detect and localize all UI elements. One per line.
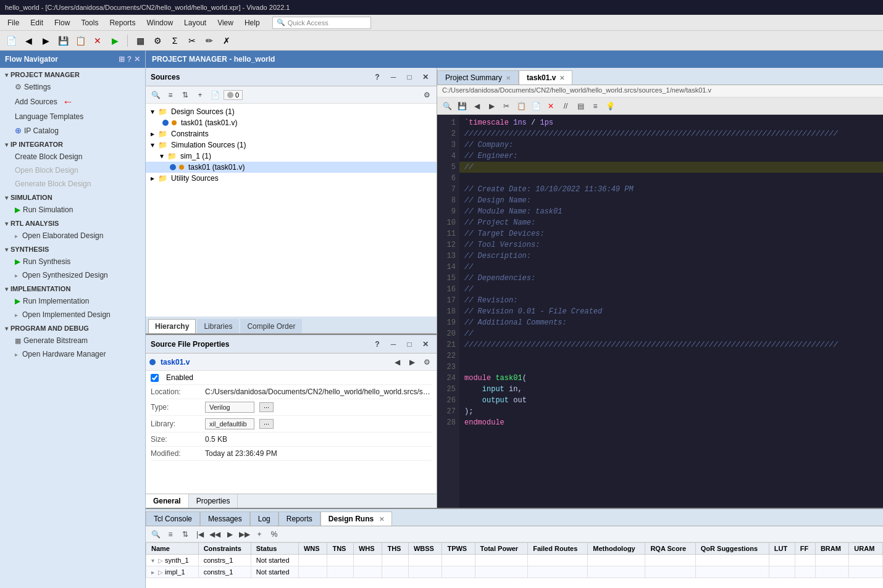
bt-next[interactable]: ▶▶ <box>238 528 251 540</box>
run-synth1-name[interactable]: ▾ ▷ synth_1 <box>146 555 199 566</box>
sfp-close-btn[interactable]: ✕ <box>419 338 432 350</box>
tb-save[interactable]: 💾 <box>56 33 70 48</box>
table-row[interactable]: ▸ ▷ impl_1 constrs_1 Not started <box>146 566 883 578</box>
nav-ip-catalog[interactable]: ⊕ IP Catalog <box>0 123 145 138</box>
menu-reports[interactable]: Reports <box>104 17 140 29</box>
menu-edit[interactable]: Edit <box>25 17 48 29</box>
col-wbss[interactable]: WBSS <box>408 543 442 555</box>
menu-flow[interactable]: Flow <box>49 17 75 29</box>
bt-first[interactable]: |◀ <box>194 528 206 540</box>
tb-forward[interactable]: ▶ <box>38 33 53 48</box>
nav-generate-bitstream[interactable]: ▦ Generate Bitstream <box>0 334 145 347</box>
nav-section-rtl-title[interactable]: ▾ RTL ANALYSIS <box>0 217 145 229</box>
nav-section-sim-title[interactable]: ▾ SIMULATION <box>0 191 145 203</box>
col-ff[interactable]: FF <box>795 543 815 555</box>
synth1-expand-icon[interactable]: ▾ <box>151 557 154 564</box>
nav-run-simulation[interactable]: ▶ Run Simulation <box>0 203 145 217</box>
nav-section-pad-title[interactable]: ▾ PROGRAM AND DEBUG <box>0 321 145 334</box>
sources-file-btn[interactable]: 📄 <box>209 89 221 101</box>
et-copy[interactable]: 📋 <box>515 100 527 112</box>
flow-nav-help[interactable]: ? <box>127 55 132 64</box>
tree-sim1[interactable]: ▾ 📁 sim_1 (1) <box>146 151 437 162</box>
sfp-min-btn[interactable]: ─ <box>387 338 400 350</box>
run-impl1-name[interactable]: ▸ ▷ impl_1 <box>146 566 199 578</box>
col-qor-suggestions[interactable]: QoR Suggestions <box>695 543 769 555</box>
nav-run-synthesis[interactable]: ▶ Run Synthesis <box>0 255 145 268</box>
nav-language-templates[interactable]: Language Templates <box>0 110 145 123</box>
tree-design-sources[interactable]: ▾ 📁 Design Sources (1) <box>146 106 437 117</box>
nav-section-pm-title[interactable]: ▾ PROJECT MANAGER <box>0 68 145 80</box>
tb-new[interactable]: 📄 <box>4 33 19 48</box>
bt-add[interactable]: + <box>253 528 266 540</box>
tb-device[interactable]: ▦ <box>133 33 148 48</box>
menu-window[interactable]: Window <box>141 17 178 29</box>
tb-settings[interactable]: ⚙ <box>150 33 165 48</box>
nav-open-implemented-design[interactable]: ▸ Open Implemented Design <box>0 308 145 321</box>
table-row[interactable]: ▾ ▷ synth_1 constrs_1 Not started <box>146 555 883 566</box>
et-bulb[interactable]: 💡 <box>604 100 616 112</box>
col-name[interactable]: Name <box>146 543 199 555</box>
sfp-enabled-checkbox[interactable] <box>151 374 159 382</box>
menu-view[interactable]: View <box>212 17 238 29</box>
sources-gear-btn[interactable]: ⚙ <box>421 89 433 101</box>
col-uram[interactable]: URAM <box>849 543 883 555</box>
nav-section-syn-title[interactable]: ▾ SYNTHESIS <box>0 242 145 255</box>
bt-percent[interactable]: % <box>268 528 280 540</box>
col-methodology[interactable]: Methodology <box>588 543 645 555</box>
et-save[interactable]: 💾 <box>456 100 468 112</box>
sources-help-btn[interactable]: ? <box>371 71 383 83</box>
et-forward[interactable]: ▶ <box>485 100 498 112</box>
bottom-tab-log[interactable]: Log <box>250 511 278 526</box>
sources-close-btn[interactable]: ✕ <box>419 71 432 83</box>
menu-tools[interactable]: Tools <box>76 17 103 29</box>
nav-open-synthesized-design[interactable]: ▸ Open Synthesized Design <box>0 268 145 282</box>
tab-hierarchy[interactable]: Hierarchy <box>148 319 196 333</box>
design-runs-close[interactable]: ✕ <box>379 516 384 523</box>
tb-copy[interactable]: 📋 <box>73 33 88 48</box>
bt-play[interactable]: ▶ <box>224 528 236 540</box>
et-cut[interactable]: ✂ <box>500 100 513 112</box>
sfp-tab-properties[interactable]: Properties <box>189 494 238 508</box>
sfp-back-btn[interactable]: ◀ <box>391 356 403 368</box>
tab-compile-order[interactable]: Compile Order <box>240 319 302 333</box>
code-editor[interactable]: `timescale 1ns / 1ps ///////////////////… <box>459 115 883 508</box>
tb-sigma[interactable]: Σ <box>167 33 182 48</box>
menu-file[interactable]: File <box>2 17 24 29</box>
col-ths[interactable]: THS <box>382 543 409 555</box>
col-total-power[interactable]: Total Power <box>475 543 528 555</box>
sources-filter-btn[interactable]: ≡ <box>164 89 177 101</box>
tb-cancel[interactable]: ✕ <box>90 33 105 48</box>
tree-task01-sim[interactable]: task01 (task01.v) <box>146 162 437 173</box>
flow-nav-close[interactable]: ✕ <box>134 55 140 64</box>
sfp-library-btn[interactable]: ··· <box>259 419 274 429</box>
bottom-tab-design-runs[interactable]: Design Runs ✕ <box>320 511 393 526</box>
col-lut[interactable]: LUT <box>769 543 795 555</box>
col-tns[interactable]: TNS <box>327 543 354 555</box>
sfp-type-btn[interactable]: ··· <box>259 402 274 412</box>
sfp-tab-general[interactable]: General <box>146 494 189 508</box>
et-align[interactable]: ≡ <box>589 100 601 112</box>
col-status[interactable]: Status <box>251 543 298 555</box>
sfp-help-btn[interactable]: ? <box>371 338 383 350</box>
tree-constraints[interactable]: ▸ 📁 Constraints <box>146 128 437 139</box>
col-tpws[interactable]: TPWS <box>442 543 475 555</box>
sources-search-btn[interactable]: 🔍 <box>149 89 162 101</box>
et-table[interactable]: ▤ <box>574 100 587 112</box>
sfp-max-btn[interactable]: □ <box>403 338 416 350</box>
sources-add-btn[interactable]: + <box>194 89 206 101</box>
tree-sim-sources[interactable]: ▾ 📁 Simulation Sources (1) <box>146 139 437 151</box>
impl1-expand-icon[interactable]: ▸ <box>151 569 154 576</box>
sources-filter-count[interactable]: 0 <box>224 90 243 100</box>
bottom-tab-reports[interactable]: Reports <box>278 511 320 526</box>
sources-sort-btn[interactable]: ⇅ <box>179 89 191 101</box>
quick-access-bar[interactable]: 🔍 Quick Access <box>272 17 371 29</box>
code-area[interactable]: 12345 678910 1112131415 1617181920 21222… <box>437 115 883 508</box>
tb-back[interactable]: ◀ <box>21 33 36 48</box>
bottom-tab-messages[interactable]: Messages <box>200 511 250 526</box>
flow-nav-pin[interactable]: ⊞ <box>119 55 125 64</box>
sources-min-btn[interactable]: ─ <box>387 71 400 83</box>
menu-help[interactable]: Help <box>240 17 265 29</box>
tb-draw[interactable]: ✏ <box>202 33 217 48</box>
et-back[interactable]: ◀ <box>471 100 483 112</box>
nav-create-block-design[interactable]: Create Block Design <box>0 150 145 164</box>
